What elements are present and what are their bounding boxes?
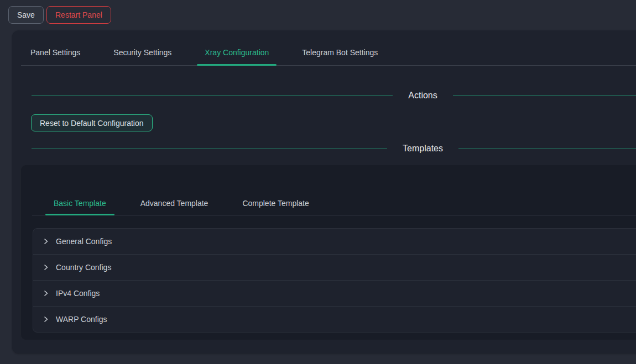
save-button[interactable]: Save [8, 6, 44, 24]
templates-card: Basic Template Advanced Template Complet… [20, 165, 636, 340]
tab-telegram-bot-settings[interactable]: Telegram Bot Settings [294, 39, 385, 65]
collapse-item-label: WARP Configs [56, 315, 107, 324]
collapse-item-label: IPv4 Configs [56, 289, 100, 298]
tab-complete-template[interactable]: Complete Template [234, 191, 317, 215]
templates-divider-label: Templates [403, 144, 443, 154]
settings-card: Panel Settings Security Settings Xray Co… [12, 30, 636, 354]
main-tab-bar: Panel Settings Security Settings Xray Co… [21, 30, 636, 66]
restart-panel-button[interactable]: Restart Panel [46, 6, 111, 24]
collapse-item-country-configs: Country Configs [33, 254, 636, 280]
collapse-item-label: General Configs [56, 237, 112, 246]
collapse-item-ipv4-configs: IPv4 Configs [33, 280, 636, 306]
tab-panel-settings[interactable]: Panel Settings [23, 39, 88, 65]
config-collapse-list: General Configs Country Configs IPv4 Con… [33, 228, 636, 333]
tab-basic-template[interactable]: Basic Template [45, 191, 114, 215]
country-configs-header[interactable]: Country Configs [33, 255, 636, 280]
tab-advanced-template[interactable]: Advanced Template [132, 191, 217, 215]
chevron-right-icon [43, 238, 49, 245]
chevron-right-icon [43, 264, 49, 271]
chevron-right-icon [43, 290, 49, 297]
tab-xray-configuration[interactable]: Xray Configuration [197, 39, 277, 65]
general-configs-header[interactable]: General Configs [33, 229, 636, 254]
reset-default-configuration-button[interactable]: Reset to Default Configuration [31, 114, 153, 131]
actions-divider-label: Actions [408, 91, 437, 101]
ipv4-configs-header[interactable]: IPv4 Configs [33, 281, 636, 306]
collapse-item-warp-configs: WARP Configs [33, 306, 636, 332]
actions-divider: Actions [32, 89, 636, 102]
collapse-item-general-configs: General Configs [33, 229, 636, 254]
topbar: Save Restart Panel [0, 0, 636, 30]
collapse-item-label: Country Configs [56, 263, 111, 272]
template-tab-list: Basic Template Advanced Template Complet… [45, 191, 636, 215]
tab-security-settings[interactable]: Security Settings [106, 39, 179, 65]
warp-configs-header[interactable]: WARP Configs [33, 307, 636, 332]
template-tab-bar: Basic Template Advanced Template Complet… [32, 165, 636, 215]
main-tab-list: Panel Settings Security Settings Xray Co… [21, 39, 636, 65]
chevron-right-icon [43, 316, 49, 323]
templates-divider: Templates [32, 142, 636, 155]
